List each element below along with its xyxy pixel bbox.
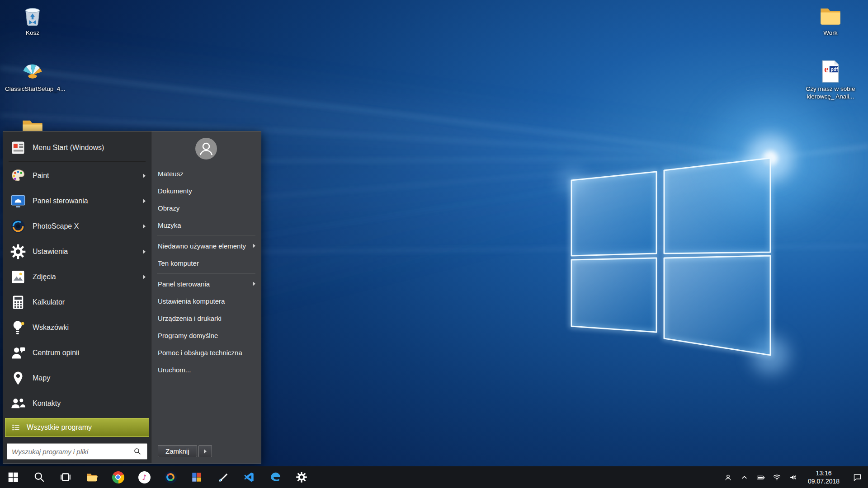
shutdown-button[interactable]: Zamknij <box>158 445 197 457</box>
start-button-icon <box>7 471 19 483</box>
menu-item-label: Urządzenia i drukarki <box>158 314 255 322</box>
recycle-bin-icon <box>21 4 44 27</box>
menu-item-help-support[interactable]: Pomoc i obsługa techniczna <box>151 344 261 361</box>
menu-item-calculator[interactable]: Kalkulator <box>3 290 151 315</box>
menu-item-label: Paint <box>33 172 143 180</box>
desktop: Kosz ClassicStartSetup_4... <box>0 0 868 488</box>
battery-icon <box>756 473 765 482</box>
all-programs-button[interactable]: Wszystkie programy <box>5 418 149 437</box>
menu-item-music[interactable]: Muzyka <box>151 216 261 234</box>
network-button[interactable] <box>769 466 785 488</box>
start-menu: Menu Start (Windows) Paint <box>3 131 261 464</box>
menu-item-pc-settings[interactable]: Ustawienia komputera <box>151 292 261 310</box>
menu-item-label: Wskazówki <box>33 324 146 332</box>
menu-item-photoscape-x[interactable]: PhotoScape X <box>3 214 151 239</box>
shutdown-button-label: Zamknij <box>165 447 189 455</box>
menu-item-label: Dokumenty <box>158 187 255 195</box>
desktop-icon-label: Czy masz w sobie kierowcę_ Anali... <box>803 85 858 101</box>
submenu-arrow-icon <box>253 282 255 286</box>
menu-item-photos[interactable]: Zdjęcia <box>3 264 151 290</box>
menu-item-run[interactable]: Uruchom... <box>151 361 261 378</box>
start-menu-right-column: Mateusz Dokumenty Obrazy Muzyka Niedawno… <box>151 131 261 463</box>
menu-item-this-pc[interactable]: Ten komputer <box>151 254 261 272</box>
paint-icon <box>217 471 229 483</box>
hidden-icons-button[interactable] <box>736 466 752 488</box>
start-button[interactable] <box>0 466 26 488</box>
taskbar-settings-button[interactable] <box>288 466 315 488</box>
media-app-button[interactable] <box>184 466 210 488</box>
menu-item-label: PhotoScape X <box>33 222 143 230</box>
file-explorer-icon <box>86 471 98 483</box>
menu-item-default-programs[interactable]: Programy domyślne <box>151 327 261 344</box>
menu-item-settings[interactable]: Ustawienia <box>3 239 151 264</box>
people-icon <box>724 473 732 482</box>
task-view-button[interactable] <box>52 466 79 488</box>
menu-item-tips[interactable]: Wskazówki <box>3 315 151 340</box>
menu-item-recent-items[interactable]: Niedawno używane elementy <box>151 237 261 254</box>
chevron-up-icon <box>740 473 749 482</box>
feedback-hub-icon <box>9 344 27 361</box>
photoscape-icon <box>165 471 177 483</box>
desktop-icon-label: ClassicStartSetup_4... <box>5 85 60 93</box>
submenu-arrow-icon <box>143 199 146 203</box>
tips-icon <box>9 319 27 336</box>
search-icon[interactable] <box>131 445 144 458</box>
volume-button[interactable] <box>785 466 801 488</box>
menu-item-start-menu-windows[interactable]: Menu Start (Windows) <box>3 135 151 160</box>
action-center-icon <box>853 473 862 482</box>
menu-item-label: Zdjęcia <box>33 273 143 281</box>
menu-item-contacts[interactable]: Kontakty <box>3 391 151 416</box>
menu-item-label: Obrazy <box>158 204 255 212</box>
desktop-icon-recycle-bin[interactable]: Kosz <box>5 4 61 37</box>
battery-button[interactable] <box>752 466 769 488</box>
menu-item-user-name[interactable]: Mateusz <box>151 165 261 182</box>
taskbar-search-button[interactable] <box>26 466 52 488</box>
menu-item-control-panel-right[interactable]: Panel sterowania <box>151 275 261 292</box>
taskbar-clock[interactable]: 13:16 09.07.2018 <box>801 466 846 488</box>
chrome-icon-center <box>115 474 121 480</box>
edge-button[interactable] <box>262 466 288 488</box>
menu-item-control-panel[interactable]: Panel sterowania <box>3 188 151 214</box>
submenu-arrow-icon <box>143 224 146 229</box>
desktop-icon-work[interactable]: Work <box>802 4 859 37</box>
photoscape-button[interactable] <box>157 466 184 488</box>
desktop-icon-pdf-document[interactable]: e pdf Czy masz w sobie kierowcę_ Anali..… <box>802 60 859 101</box>
desktop-icon-classic-start-setup[interactable]: ClassicStartSetup_4... <box>5 60 61 93</box>
paint-button[interactable] <box>210 466 236 488</box>
menu-item-feedback-hub[interactable]: Centrum opinii <box>3 340 151 366</box>
menu-item-devices-printers[interactable]: Urządzenia i drukarki <box>151 310 261 327</box>
network-icon <box>773 473 781 482</box>
menu-item-label: Programy domyślne <box>158 332 255 339</box>
menu-item-label: Centrum opinii <box>33 349 146 357</box>
menu-item-maps[interactable]: Mapy <box>3 366 151 391</box>
search-input[interactable] <box>12 448 131 455</box>
menu-item-pictures[interactable]: Obrazy <box>151 199 261 216</box>
menu-separator <box>9 161 146 162</box>
desktop-icon-label: Work <box>823 29 837 37</box>
shutdown-options-arrow-icon[interactable] <box>198 445 212 457</box>
media-app-icon <box>191 471 203 483</box>
menu-item-label: Niedawno używane elementy <box>158 242 253 250</box>
menu-separator <box>157 235 255 236</box>
photos-icon <box>9 268 27 286</box>
svg-text:pdf: pdf <box>831 67 839 72</box>
vscode-button[interactable] <box>236 466 262 488</box>
action-center-button[interactable] <box>846 466 868 488</box>
menu-item-label: Ustawienia komputera <box>158 297 255 305</box>
chrome-button[interactable] <box>105 466 131 488</box>
folder-icon <box>819 4 842 27</box>
photoscape-icon-ring <box>166 473 175 481</box>
control-panel-icon <box>9 192 27 210</box>
menu-item-documents[interactable]: Dokumenty <box>151 182 261 199</box>
menu-item-label: Mapy <box>33 374 146 382</box>
shutdown-area: Zamknij <box>158 445 212 457</box>
maps-icon <box>9 370 27 387</box>
user-avatar-icon[interactable] <box>195 138 217 160</box>
itunes-button[interactable]: ♪ <box>131 466 157 488</box>
people-button[interactable] <box>720 466 736 488</box>
file-explorer-button[interactable] <box>79 466 105 488</box>
menu-item-paint[interactable]: Paint <box>3 163 151 188</box>
clock-time: 13:16 <box>816 469 831 477</box>
task-view-icon <box>60 471 71 483</box>
taskbar: ♪ <box>0 466 868 488</box>
